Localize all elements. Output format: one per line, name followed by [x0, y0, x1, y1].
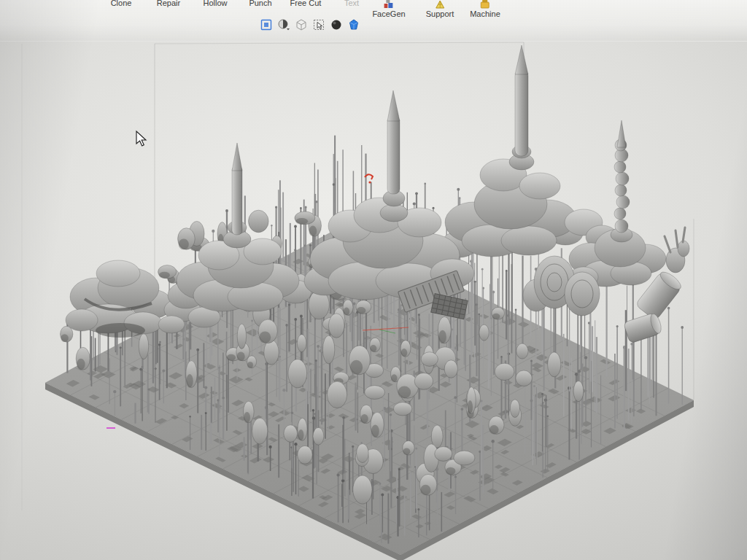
facegen-icon: [384, 0, 394, 9]
toolbar-button-machine[interactable]: Machine: [470, 0, 500, 18]
toolbar-button-hollow[interactable]: Hollow: [203, 0, 227, 7]
toolbar-label-support: Support: [426, 9, 454, 18]
model-claw[interactable]: [665, 228, 689, 273]
toolbar-label-free-cut: Free Cut: [290, 0, 322, 7]
toolbar-label-facegen: FaceGen: [372, 9, 405, 18]
toolbar-label-clone: Clone: [111, 0, 132, 7]
toolbar-button-punch[interactable]: Punch: [249, 0, 271, 7]
material-gem-icon[interactable]: [347, 18, 360, 31]
toolbar-label-punch: Punch: [249, 0, 271, 7]
model-missile-c[interactable]: [509, 45, 534, 170]
toolbar-label-repair: Repair: [157, 0, 180, 7]
top-toolbar: Clone Repair Hollow Punch Free Cut Text …: [0, 0, 747, 42]
toolbar-button-clone[interactable]: Clone: [111, 0, 132, 7]
dark-sphere-icon[interactable]: [330, 18, 343, 31]
toolbar-button-facegen[interactable]: FaceGen: [372, 0, 405, 18]
fit-view-icon[interactable]: [260, 18, 273, 31]
render-mode-sphere-icon[interactable]: [277, 18, 290, 31]
model-barrel-lower[interactable]: [623, 312, 663, 343]
toolbar-button-repair[interactable]: Repair: [157, 0, 180, 7]
toolbar-label-text: Text: [344, 0, 359, 7]
model-creature-jaw[interactable]: [66, 260, 172, 338]
toolbar-button-text[interactable]: Text: [344, 0, 359, 7]
toolbar-button-support[interactable]: Support: [426, 0, 454, 18]
toolbar-label-hollow: Hollow: [203, 0, 227, 7]
perspective-cube-icon[interactable]: [295, 18, 308, 31]
viewport-3d[interactable]: [0, 0, 747, 560]
machine-icon: [480, 0, 489, 9]
model-mushroom-cloud-c[interactable]: [445, 159, 583, 257]
area-select-icon[interactable]: [312, 18, 325, 31]
mouse-cursor: [136, 131, 146, 146]
toolbar-button-free-cut[interactable]: Free Cut: [290, 0, 322, 7]
view-toolbar: [260, 18, 360, 31]
toolbar-label-machine: Machine: [470, 9, 500, 18]
slicer-app-window: Clone Repair Hollow Punch Free Cut Text …: [0, 0, 747, 560]
model-twisted-spire[interactable]: [611, 120, 632, 242]
support-icon: [436, 0, 445, 9]
model-missile-b[interactable]: [380, 90, 408, 222]
